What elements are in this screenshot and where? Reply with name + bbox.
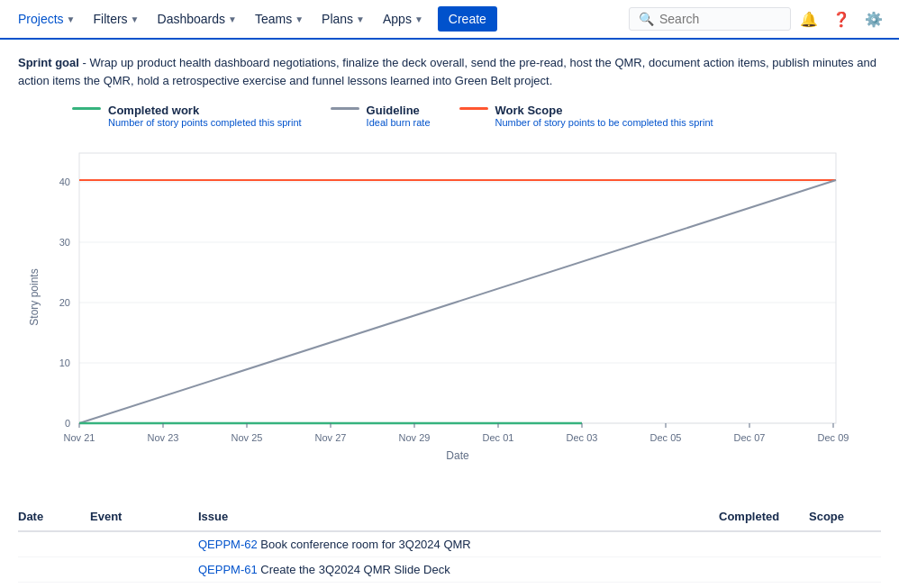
svg-text:Nov 23: Nov 23 xyxy=(148,432,179,443)
col-header-completed: Completed xyxy=(719,502,809,531)
create-button[interactable]: Create xyxy=(438,6,497,32)
cell-scope xyxy=(809,531,881,557)
nav-filters[interactable]: Filters ▼ xyxy=(86,0,146,40)
chart-container: 0 10 20 30 40 Story points Nov 21 Nov 23… xyxy=(18,135,881,495)
search-input[interactable] xyxy=(659,12,785,26)
sprint-goal-section: Sprint goal - Wrap up product health das… xyxy=(18,54,881,89)
cell-completed xyxy=(719,531,809,557)
nav-apps[interactable]: Apps ▼ xyxy=(376,0,431,40)
svg-text:Dec 03: Dec 03 xyxy=(567,432,598,443)
nav-projects-label: Projects xyxy=(18,12,64,26)
cell-event xyxy=(90,531,198,557)
burnup-chart: 0 10 20 30 40 Story points Nov 21 Nov 23… xyxy=(25,135,854,459)
nav-dashboards[interactable]: Dashboards ▼ xyxy=(150,0,244,40)
svg-text:Dec 09: Dec 09 xyxy=(818,432,849,443)
col-header-scope: Scope xyxy=(809,502,881,531)
cell-completed xyxy=(719,557,809,583)
svg-text:Date: Date xyxy=(446,449,469,459)
svg-text:Nov 27: Nov 27 xyxy=(315,432,347,443)
cell-date xyxy=(18,557,90,583)
notifications-icon[interactable]: 🔔 xyxy=(795,5,823,33)
nav-filters-label: Filters xyxy=(93,12,127,26)
cell-event xyxy=(90,557,198,583)
svg-text:10: 10 xyxy=(59,357,70,368)
projects-chevron-icon: ▼ xyxy=(67,14,76,24)
nav-projects[interactable]: Projects ▼ xyxy=(11,0,82,40)
svg-text:20: 20 xyxy=(59,297,70,308)
events-table: Date Event Issue Completed Scope QEPPM-6… xyxy=(18,502,881,583)
nav-apps-label: Apps xyxy=(383,12,412,26)
completed-sublabel: Number of story points completed this sp… xyxy=(108,117,302,128)
nav-teams-label: Teams xyxy=(255,12,292,26)
col-header-date: Date xyxy=(18,502,90,531)
filters-chevron-icon: ▼ xyxy=(131,14,140,24)
plans-chevron-icon: ▼ xyxy=(356,14,365,24)
col-header-event: Event xyxy=(90,502,198,531)
cell-issue: QEPPM-61 Create the 3Q2024 QMR Slide Dec… xyxy=(198,557,719,583)
nav-teams[interactable]: Teams ▼ xyxy=(248,0,311,40)
col-header-issue: Issue xyxy=(198,502,719,531)
nav-dashboards-label: Dashboards xyxy=(158,12,226,26)
guideline-label: Guideline xyxy=(367,104,431,117)
cell-scope xyxy=(809,557,881,583)
main-content: Sprint goal - Wrap up product health das… xyxy=(0,40,899,588)
table-header: Date Event Issue Completed Scope xyxy=(18,502,881,531)
apps-chevron-icon: ▼ xyxy=(414,14,423,24)
cell-date xyxy=(18,531,90,557)
svg-text:Dec 07: Dec 07 xyxy=(734,432,766,443)
chart-legend: Completed work Number of story points co… xyxy=(18,104,881,128)
svg-text:Nov 21: Nov 21 xyxy=(64,432,95,443)
work-scope-label: Work Scope xyxy=(495,104,713,117)
nav-plans[interactable]: Plans ▼ xyxy=(314,0,372,40)
completed-label: Completed work xyxy=(108,104,302,117)
work-scope-sublabel: Number of story points to be completed t… xyxy=(495,117,713,128)
svg-text:Nov 29: Nov 29 xyxy=(399,432,431,443)
svg-text:30: 30 xyxy=(59,237,70,248)
sprint-goal-label: Sprint goal xyxy=(18,56,79,69)
legend-work-scope: Work Scope Number of story points to be … xyxy=(459,104,713,128)
teams-chevron-icon: ▼ xyxy=(295,14,304,24)
dashboards-chevron-icon: ▼ xyxy=(228,14,237,24)
guideline-sublabel: Ideal burn rate xyxy=(367,117,431,128)
svg-text:Nov 25: Nov 25 xyxy=(232,432,263,443)
table-body: QEPPM-62 Book conference room for 3Q2024… xyxy=(18,531,881,583)
legend-completed: Completed work Number of story points co… xyxy=(72,104,302,128)
issue-link[interactable]: QEPPM-61 xyxy=(198,563,258,576)
navbar: Projects ▼ Filters ▼ Dashboards ▼ Teams … xyxy=(0,0,899,40)
guideline-line-icon xyxy=(331,104,359,110)
search-box[interactable]: 🔍 xyxy=(629,7,791,31)
nav-plans-label: Plans xyxy=(322,12,353,26)
help-icon[interactable]: ❓ xyxy=(827,5,856,33)
svg-rect-0 xyxy=(79,153,836,423)
search-icon: 🔍 xyxy=(639,12,654,26)
table-row: QEPPM-62 Book conference room for 3Q2024… xyxy=(18,531,881,557)
legend-guideline: Guideline Ideal burn rate xyxy=(331,104,431,128)
svg-text:Story points: Story points xyxy=(28,268,41,325)
svg-text:Dec 05: Dec 05 xyxy=(650,432,682,443)
sprint-goal-text: - Wrap up product health dashboard negot… xyxy=(18,56,876,87)
svg-text:Dec 01: Dec 01 xyxy=(483,432,514,443)
completed-line-icon xyxy=(72,104,101,110)
table-row: QEPPM-61 Create the 3Q2024 QMR Slide Dec… xyxy=(18,557,881,583)
settings-icon[interactable]: ⚙️ xyxy=(859,5,888,33)
cell-issue: QEPPM-62 Book conference room for 3Q2024… xyxy=(198,531,719,557)
svg-text:0: 0 xyxy=(65,418,70,429)
work-scope-line-icon xyxy=(459,104,488,110)
issue-link[interactable]: QEPPM-62 xyxy=(198,538,258,551)
svg-text:40: 40 xyxy=(59,176,70,187)
